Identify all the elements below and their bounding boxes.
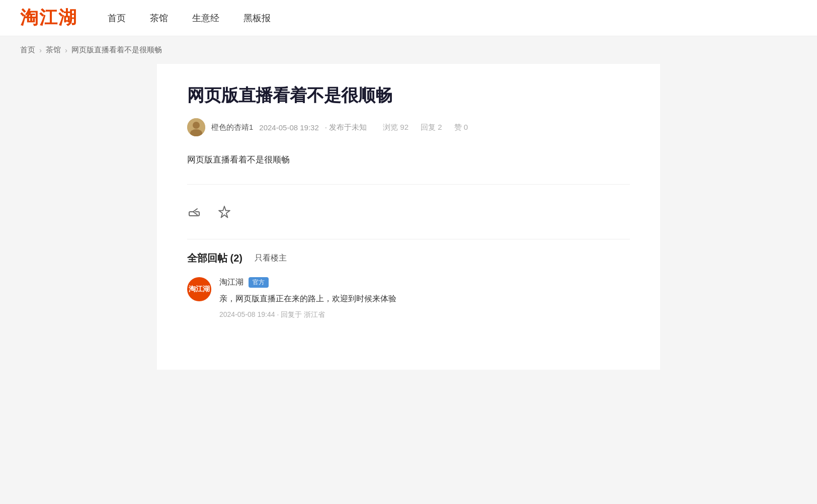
views-stat: 浏览 92 xyxy=(383,123,408,132)
nav-teahouse[interactable]: 茶馆 xyxy=(150,12,168,24)
divider-1 xyxy=(187,184,630,185)
main-content: 网页版直播看着不是很顺畅 橙色的杏靖1 2024-05-08 19:32 · 发… xyxy=(157,64,660,370)
post-meta: 橙色的杏靖1 2024-05-08 19:32 · 发布于未知 浏览 92 回复… xyxy=(187,118,630,136)
breadcrumb-sep1: › xyxy=(39,46,42,54)
reply-avatar: 淘江湖 xyxy=(187,277,211,301)
post-location: · 发布于未知 xyxy=(325,123,367,132)
logo[interactable]: 淘江湖 xyxy=(20,6,77,30)
nav-business[interactable]: 生意经 xyxy=(192,12,219,24)
action-bar xyxy=(187,197,630,227)
post-date: 2024-05-08 19:32 xyxy=(259,123,318,132)
reply-author-row: 淘江湖 官方 xyxy=(219,277,630,288)
breadcrumb-current: 网页版直播看着不是很顺畅 xyxy=(71,45,162,55)
post-stats: 浏览 92 回复 2 赞 0 xyxy=(383,123,468,132)
official-badge: 官方 xyxy=(249,277,269,288)
replies-stat: 回复 2 xyxy=(421,123,442,132)
replies-filter[interactable]: 只看楼主 xyxy=(255,253,287,264)
share-icon xyxy=(187,205,201,219)
svg-point-1 xyxy=(193,122,200,129)
breadcrumb-home[interactable]: 首页 xyxy=(20,45,35,55)
author-name[interactable]: 橙色的杏靖1 xyxy=(211,123,253,132)
reply-item: 淘江湖 淘江湖 官方 亲，网页版直播正在来的路上，欢迎到时候来体验 2024-0… xyxy=(187,277,630,327)
star-button[interactable] xyxy=(217,205,231,219)
share-button[interactable] xyxy=(187,205,201,219)
replies-section: 全部回帖 (2) 只看楼主 淘江湖 淘江湖 官方 亲，网页版直播正在来的路上，欢… xyxy=(187,251,630,327)
post-content: 网页版直播看着不是很顺畅 xyxy=(187,152,630,168)
replies-title: 全部回帖 (2) xyxy=(187,251,242,265)
replies-header: 全部回帖 (2) 只看楼主 xyxy=(187,251,630,265)
post-title: 网页版直播看着不是很顺畅 xyxy=(187,84,630,106)
breadcrumb-sep2: › xyxy=(65,46,67,54)
breadcrumb: 首页 › 茶馆 › 网页版直播看着不是很顺畅 xyxy=(0,36,817,64)
breadcrumb-teahouse[interactable]: 茶馆 xyxy=(46,45,61,55)
nav-blackboard[interactable]: 黑板报 xyxy=(243,12,271,24)
reply-author-name[interactable]: 淘江湖 xyxy=(219,277,243,288)
reply-body: 淘江湖 官方 亲，网页版直播正在来的路上，欢迎到时候来体验 2024-05-08… xyxy=(219,277,630,319)
nav-home[interactable]: 首页 xyxy=(108,12,126,24)
divider-2 xyxy=(187,239,630,239)
avatar xyxy=(187,118,205,136)
star-icon xyxy=(217,205,231,219)
main-nav: 首页 茶馆 生意经 黑板报 xyxy=(108,12,271,24)
reply-meta: 2024-05-08 19:44 · 回复于 浙江省 xyxy=(219,310,630,319)
reply-content: 亲，网页版直播正在来的路上，欢迎到时候来体验 xyxy=(219,292,630,305)
likes-stat: 赞 0 xyxy=(454,123,468,132)
header: 淘江湖 首页 茶馆 生意经 黑板报 xyxy=(0,0,817,36)
